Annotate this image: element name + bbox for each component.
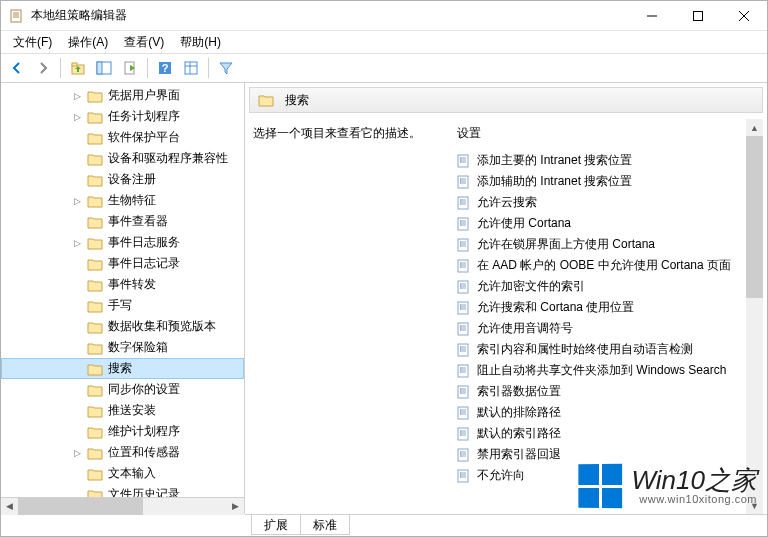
tree-item-label: 数字保险箱 bbox=[108, 339, 168, 356]
menubar: 文件(F) 操作(A) 查看(V) 帮助(H) bbox=[1, 31, 767, 53]
chevron-right-icon[interactable]: ▷ bbox=[71, 237, 83, 249]
svg-rect-123 bbox=[458, 470, 468, 482]
svg-point-85 bbox=[460, 346, 461, 347]
tree-item[interactable]: 事件日志记录 bbox=[1, 253, 244, 274]
svg-point-78 bbox=[460, 325, 461, 326]
setting-item[interactable]: 允许云搜索 bbox=[449, 192, 763, 213]
description-text: 选择一个项目来查看它的描述。 bbox=[253, 125, 439, 142]
folder-icon bbox=[87, 173, 103, 187]
setting-item[interactable]: 允许在锁屏界面上方使用 Cortana bbox=[449, 234, 763, 255]
setting-item[interactable]: 默认的排除路径 bbox=[449, 402, 763, 423]
back-button[interactable] bbox=[5, 56, 29, 80]
svg-rect-74 bbox=[458, 323, 468, 335]
tree-item[interactable]: 数字保险箱 bbox=[1, 337, 244, 358]
policy-icon bbox=[457, 280, 471, 294]
tab-extended[interactable]: 扩展 bbox=[251, 515, 301, 535]
tree-hscrollbar[interactable]: ◀ ▶ bbox=[1, 497, 244, 514]
minimize-button[interactable] bbox=[629, 1, 675, 31]
setting-item[interactable]: 允许加密文件的索引 bbox=[449, 276, 763, 297]
tree-item[interactable]: ▷凭据用户界面 bbox=[1, 85, 244, 106]
folder-icon bbox=[87, 89, 103, 103]
setting-item[interactable]: 允许使用音调符号 bbox=[449, 318, 763, 339]
menu-action[interactable]: 操作(A) bbox=[60, 32, 116, 53]
setting-item[interactable]: 不允许向 bbox=[449, 465, 763, 486]
tab-standard[interactable]: 标准 bbox=[300, 515, 350, 535]
setting-item[interactable]: 允许使用 Cortana bbox=[449, 213, 763, 234]
properties-button[interactable] bbox=[179, 56, 203, 80]
chevron-right-icon[interactable]: ▷ bbox=[71, 195, 83, 207]
tree-item[interactable]: 同步你的设置 bbox=[1, 379, 244, 400]
menu-file[interactable]: 文件(F) bbox=[5, 32, 60, 53]
setting-item[interactable]: 索引内容和属性时始终使用自动语言检测 bbox=[449, 339, 763, 360]
scroll-track[interactable] bbox=[18, 498, 227, 515]
tree-item[interactable]: 推送安装 bbox=[1, 400, 244, 421]
tree-item[interactable]: ▷位置和传感器 bbox=[1, 442, 244, 463]
toolbar: ? bbox=[1, 53, 767, 83]
setting-item[interactable]: 添加主要的 Intranet 搜索位置 bbox=[449, 150, 763, 171]
setting-item[interactable]: 允许搜索和 Cortana 使用位置 bbox=[449, 297, 763, 318]
scroll-up-icon[interactable]: ▲ bbox=[746, 119, 763, 136]
scroll-thumb[interactable] bbox=[18, 498, 143, 515]
tree-item[interactable]: 数据收集和预览版本 bbox=[1, 316, 244, 337]
setting-item[interactable]: 在 AAD 帐户的 OOBE 中允许使用 Cortana 页面 bbox=[449, 255, 763, 276]
tree-item-label: 事件日志服务 bbox=[108, 234, 180, 251]
filter-button[interactable] bbox=[214, 56, 238, 80]
tree-item[interactable]: ▷任务计划程序 bbox=[1, 106, 244, 127]
svg-point-100 bbox=[460, 390, 461, 391]
scroll-left-icon[interactable]: ◀ bbox=[1, 498, 18, 515]
policy-icon bbox=[457, 322, 471, 336]
scroll-thumb[interactable] bbox=[746, 136, 763, 298]
chevron-right-icon[interactable]: ▷ bbox=[71, 111, 83, 123]
policy-icon bbox=[457, 238, 471, 252]
chevron-right-icon[interactable]: ▷ bbox=[71, 447, 83, 459]
tree-item[interactable]: ▷生物特征 bbox=[1, 190, 244, 211]
tree-item[interactable]: 设备和驱动程序兼容性 bbox=[1, 148, 244, 169]
tree-item[interactable]: 事件转发 bbox=[1, 274, 244, 295]
svg-point-57 bbox=[460, 262, 461, 263]
forward-button[interactable] bbox=[31, 56, 55, 80]
tree-item[interactable]: 设备注册 bbox=[1, 169, 244, 190]
scroll-down-icon[interactable]: ▼ bbox=[746, 497, 763, 514]
svg-point-106 bbox=[460, 409, 461, 410]
tree-item[interactable]: 文件历史记录 bbox=[1, 484, 244, 497]
chevron-right-icon[interactable]: ▷ bbox=[71, 90, 83, 102]
scroll-right-icon[interactable]: ▶ bbox=[227, 498, 244, 515]
svg-point-51 bbox=[460, 243, 461, 244]
up-button[interactable] bbox=[66, 56, 90, 80]
svg-point-122 bbox=[460, 455, 461, 456]
svg-point-107 bbox=[460, 411, 461, 412]
svg-rect-102 bbox=[458, 407, 468, 419]
settings-header[interactable]: 设置 bbox=[449, 119, 763, 150]
export-button[interactable] bbox=[118, 56, 142, 80]
tree-item[interactable]: 软件保护平台 bbox=[1, 127, 244, 148]
tree-item[interactable]: 维护计划程序 bbox=[1, 421, 244, 442]
menu-help[interactable]: 帮助(H) bbox=[172, 32, 229, 53]
setting-item[interactable]: 添加辅助的 Intranet 搜索位置 bbox=[449, 171, 763, 192]
policy-icon bbox=[457, 301, 471, 315]
policy-icon bbox=[457, 196, 471, 210]
tree-item[interactable]: 搜索 bbox=[1, 358, 244, 379]
svg-point-94 bbox=[460, 371, 461, 372]
tree: ▷凭据用户界面▷任务计划程序软件保护平台设备和驱动程序兼容性设备注册▷生物特征事… bbox=[1, 83, 244, 497]
show-hide-tree-button[interactable] bbox=[92, 56, 116, 80]
setting-item[interactable]: 禁用索引器回退 bbox=[449, 444, 763, 465]
setting-item[interactable]: 阻止自动将共享文件夹添加到 Windows Search bbox=[449, 360, 763, 381]
svg-point-37 bbox=[460, 201, 461, 202]
tree-scroll[interactable]: ▷凭据用户界面▷任务计划程序软件保护平台设备和驱动程序兼容性设备注册▷生物特征事… bbox=[1, 83, 244, 497]
tree-item[interactable]: 文本输入 bbox=[1, 463, 244, 484]
folder-icon bbox=[87, 215, 103, 229]
tree-item-label: 事件查看器 bbox=[108, 213, 168, 230]
close-button[interactable] bbox=[721, 1, 767, 31]
settings-vscrollbar[interactable]: ▲ ▼ bbox=[746, 119, 763, 514]
menu-view[interactable]: 查看(V) bbox=[116, 32, 172, 53]
help-button[interactable]: ? bbox=[153, 56, 177, 80]
setting-label: 添加主要的 Intranet 搜索位置 bbox=[477, 152, 632, 169]
maximize-button[interactable] bbox=[675, 1, 721, 31]
scroll-track[interactable] bbox=[746, 136, 763, 497]
tree-item[interactable]: 手写 bbox=[1, 295, 244, 316]
folder-icon bbox=[87, 278, 103, 292]
setting-item[interactable]: 索引器数据位置 bbox=[449, 381, 763, 402]
tree-item[interactable]: ▷事件日志服务 bbox=[1, 232, 244, 253]
tree-item[interactable]: 事件查看器 bbox=[1, 211, 244, 232]
setting-item[interactable]: 默认的索引路径 bbox=[449, 423, 763, 444]
